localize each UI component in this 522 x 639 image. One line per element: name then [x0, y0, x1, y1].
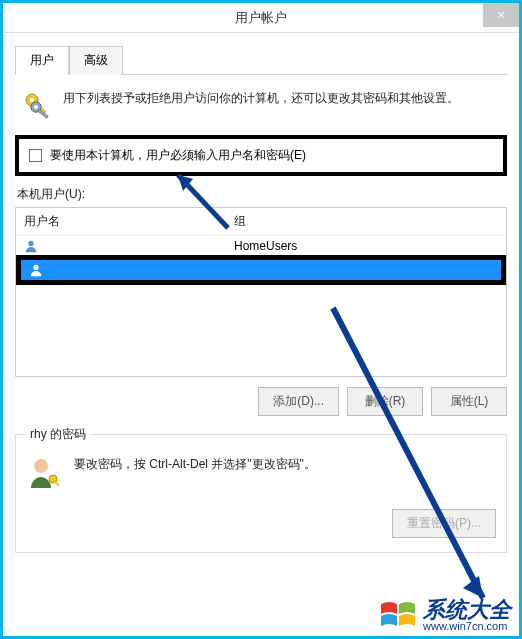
col-username[interactable]: 用户名	[16, 208, 226, 235]
require-password-group: 要使用本计算机，用户必须输入用户名和密码(E)	[15, 135, 507, 176]
svg-point-8	[34, 459, 48, 473]
user-group-cell	[231, 268, 501, 272]
titlebar: 用户帐户 ×	[3, 3, 519, 33]
intro-row: 用下列表授予或拒绝用户访问你的计算机，还可以更改其密码和其他设置。	[15, 75, 507, 131]
remove-button[interactable]: 删除(R)	[347, 387, 423, 416]
require-password-label: 要使用本计算机，用户必须输入用户名和密码(E)	[50, 147, 306, 164]
close-icon: ×	[497, 7, 505, 23]
window-title: 用户帐户	[235, 9, 287, 27]
watermark: 系统大全 www.win7cn.com	[379, 598, 511, 632]
user-group-cell: HomeUsers	[226, 237, 506, 255]
table-row[interactable]: HomeUsers	[16, 236, 506, 256]
users-list-label: 本机用户(U):	[17, 186, 507, 203]
password-legend: rhy 的密码	[26, 426, 90, 443]
windows-logo-icon	[379, 598, 419, 632]
add-button[interactable]: 添加(D)...	[258, 387, 339, 416]
properties-button[interactable]: 属性(L)	[431, 387, 507, 416]
user-list[interactable]: 用户名 组 HomeUsers	[15, 207, 507, 377]
close-button[interactable]: ×	[483, 3, 519, 27]
keys-icon	[21, 89, 53, 121]
user-icon	[24, 239, 38, 253]
user-buttons: 添加(D)... 删除(R) 属性(L)	[15, 387, 507, 416]
table-row[interactable]	[21, 260, 501, 280]
tab-strip: 用户 高级	[15, 45, 507, 75]
tab-users[interactable]: 用户	[15, 46, 69, 75]
svg-marker-14	[463, 576, 483, 598]
password-group: rhy 的密码 要改密码，按 Ctrl-Alt-Del 并选择"更改密码"。 重…	[15, 426, 507, 553]
require-password-checkbox[interactable]	[29, 149, 42, 162]
col-group[interactable]: 组	[226, 208, 506, 235]
watermark-url: www.win7cn.com	[423, 621, 511, 632]
svg-point-4	[34, 105, 38, 109]
tab-advanced[interactable]: 高级	[69, 46, 123, 75]
password-text: 要改密码，按 Ctrl-Alt-Del 并选择"更改密码"。	[74, 455, 316, 473]
watermark-text: 系统大全	[423, 599, 511, 621]
svg-point-1	[30, 98, 34, 102]
user-icon	[29, 263, 43, 277]
person-key-icon	[26, 455, 62, 491]
list-header: 用户名 组	[16, 208, 506, 236]
svg-point-6	[28, 241, 33, 246]
reset-password-button[interactable]: 重置密码(P)...	[392, 509, 496, 538]
intro-text: 用下列表授予或拒绝用户访问你的计算机，还可以更改其密码和其他设置。	[63, 89, 459, 107]
svg-rect-10	[54, 481, 60, 486]
svg-point-7	[33, 265, 38, 270]
